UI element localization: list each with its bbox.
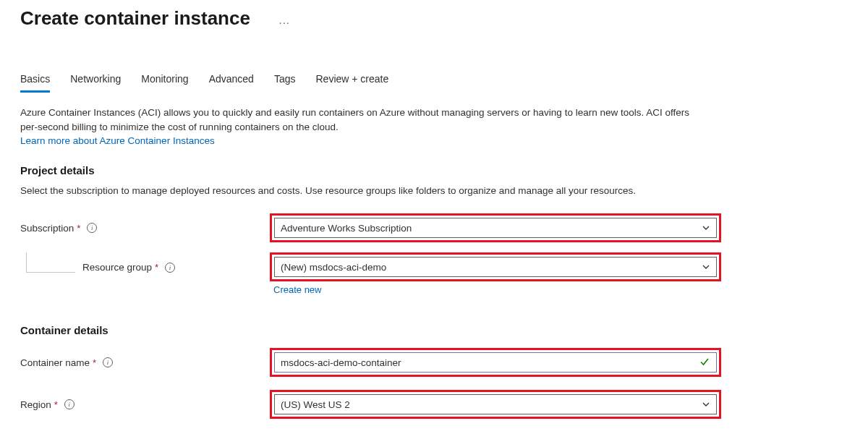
resource-group-value: (New) msdocs-aci-demo (281, 262, 386, 273)
chevron-down-icon (702, 224, 710, 232)
resource-group-select[interactable]: (New) msdocs-aci-demo (274, 257, 717, 277)
region-highlight: (US) West US 2 (270, 390, 721, 419)
subscription-select[interactable]: Adventure Works Subscription (274, 218, 717, 238)
resource-group-highlight: (New) msdocs-aci-demo (270, 252, 721, 281)
checkmark-icon (699, 356, 710, 370)
container-name-label: Container name (20, 357, 90, 368)
tree-connector-icon (26, 252, 75, 273)
tab-basics[interactable]: Basics (20, 73, 50, 93)
subscription-label: Subscription (20, 223, 74, 234)
required-star: * (93, 357, 96, 368)
region-row: Region * i (US) West US 2 (20, 390, 848, 419)
tab-networking[interactable]: Networking (70, 73, 121, 93)
tab-review-create[interactable]: Review + create (316, 73, 389, 93)
region-value: (US) West US 2 (281, 399, 350, 410)
project-details-heading: Project details (20, 164, 848, 176)
required-star: * (77, 223, 80, 234)
tab-advanced[interactable]: Advanced (209, 73, 254, 93)
region-select[interactable]: (US) West US 2 (274, 394, 717, 414)
subscription-value: Adventure Works Subscription (281, 223, 412, 234)
required-star: * (155, 262, 158, 273)
info-icon[interactable]: i (165, 263, 175, 273)
subscription-row: Subscription * i Adventure Works Subscri… (20, 213, 848, 242)
tab-tags[interactable]: Tags (274, 73, 296, 93)
learn-more-label: Learn more about Azure Container Instanc… (20, 135, 215, 146)
project-details-subtext: Select the subscription to manage deploy… (20, 184, 707, 198)
info-icon[interactable]: i (64, 399, 75, 409)
subscription-highlight: Adventure Works Subscription (270, 213, 721, 242)
tabs: Basics Networking Monitoring Advanced Ta… (20, 73, 848, 93)
learn-more-link[interactable]: Learn more about Azure Container Instanc… (20, 135, 219, 146)
more-icon[interactable]: ··· (279, 16, 291, 28)
resource-group-label: Resource group (82, 262, 152, 273)
info-icon[interactable]: i (87, 223, 97, 233)
tab-monitoring[interactable]: Monitoring (141, 73, 188, 93)
region-label: Region (20, 399, 51, 410)
container-name-row: Container name * i msdocs-aci-demo-conta… (20, 348, 848, 377)
container-details-heading: Container details (20, 324, 848, 336)
container-name-highlight: msdocs-aci-demo-container (270, 348, 721, 377)
description-text: Azure Container Instances (ACI) allows y… (20, 107, 689, 132)
required-star: * (54, 399, 58, 410)
create-new-link[interactable]: Create new (273, 284, 321, 295)
chevron-down-icon (702, 263, 710, 271)
container-name-input[interactable]: msdocs-aci-demo-container (274, 352, 717, 373)
info-icon[interactable]: i (103, 357, 113, 367)
page-title: Create container instance (20, 7, 250, 30)
container-name-value: msdocs-aci-demo-container (281, 357, 401, 368)
resource-group-row: Resource group * i (New) msdocs-aci-demo (20, 252, 848, 281)
chevron-down-icon (702, 400, 710, 409)
basics-description: Azure Container Instances (ACI) allows y… (20, 106, 707, 148)
